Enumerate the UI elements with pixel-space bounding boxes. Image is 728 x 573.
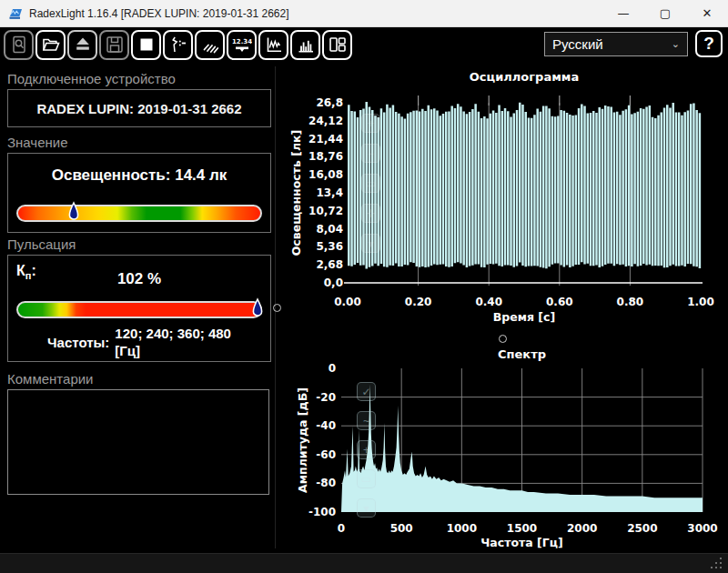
eject-icon	[73, 35, 93, 55]
comments-section-label: Комментарии	[7, 371, 93, 387]
pulse-marker-icon	[168, 35, 188, 55]
frequencies-label: Частоты:	[47, 335, 109, 350]
stop-icon	[136, 35, 157, 55]
language-value: Русский	[552, 36, 603, 52]
device-box: RADEX LUPIN: 2019-01-31 2662	[7, 89, 271, 127]
svg-text:18,76: 18,76	[308, 150, 343, 163]
svg-text:0.20: 0.20	[405, 296, 432, 308]
eject-button[interactable]	[67, 30, 97, 60]
svg-text:16,08: 16,08	[308, 168, 343, 181]
svg-text:0.60: 0.60	[546, 296, 573, 308]
pulse-marker-button[interactable]	[163, 30, 193, 60]
ghost-check-button[interactable]: ✓	[357, 382, 376, 401]
illuminance-gradient-bar	[16, 205, 262, 222]
rays-icon	[200, 35, 220, 55]
comments-input[interactable]	[7, 389, 269, 495]
layout-button[interactable]	[322, 30, 352, 60]
svg-text:1.00: 1.00	[687, 296, 714, 308]
zoom-document-button[interactable]	[4, 30, 34, 60]
numeric-display-button[interactable]: 12.34	[227, 30, 257, 60]
svg-text:13,4: 13,4	[316, 186, 343, 199]
pulsation-marker-icon	[252, 297, 263, 325]
language-select[interactable]: Русский ⌄	[544, 32, 688, 56]
svg-text:12.34: 12.34	[232, 38, 252, 45]
splitter-handle-charts[interactable]	[499, 335, 507, 343]
splitter-handle-left[interactable]	[273, 304, 281, 312]
ghost-fit-button[interactable]: ▭	[361, 174, 380, 193]
chevron-down-icon: ⌄	[672, 38, 680, 50]
frequencies-value: 120; 240; 360; 480 [Гц]	[115, 325, 231, 359]
svg-text:2,68: 2,68	[316, 258, 343, 271]
svg-text:8,04: 8,04	[316, 223, 343, 236]
svg-text:2500: 2500	[627, 522, 657, 535]
value-box: Освещенность: 14.4 лк	[7, 153, 271, 233]
svg-text:2000: 2000	[567, 522, 597, 535]
oscillogram-button[interactable]	[258, 30, 288, 60]
zoom-document-icon	[9, 35, 29, 55]
illuminance-marker-icon	[68, 201, 79, 228]
stop-button[interactable]	[131, 30, 161, 60]
value-section-label: Значение	[7, 135, 68, 150]
svg-text:1000: 1000	[447, 522, 477, 535]
illuminance-reading: Освещенность: 14.4 лк	[8, 166, 270, 185]
title-bar: RadexLight 1.16.4 [RADEX LUPIN: 2019-01-…	[0, 0, 728, 27]
charts-canvas: Осциллограмма26,824,1221,4418,7616,0813,…	[273, 62, 728, 553]
svg-text:1500: 1500	[507, 522, 537, 535]
open-folder-button[interactable]	[35, 30, 66, 60]
svg-text:0,0: 0,0	[324, 276, 343, 289]
ghost-export-button[interactable]: ▾	[361, 234, 380, 253]
open-folder-icon	[41, 35, 61, 55]
svg-text:10,72: 10,72	[308, 205, 343, 217]
pulsation-section-label: Пульсация	[7, 236, 76, 252]
app-window: RadexLight 1.16.4 [RADEX LUPIN: 2019-01-…	[0, 0, 728, 573]
ghost-plus-button[interactable]: +	[357, 440, 376, 459]
ghost-down-button[interactable]: ▾	[357, 498, 376, 518]
app-logo-icon	[8, 5, 24, 21]
minimize-button[interactable]: —	[602, 0, 644, 27]
svg-text:24,12: 24,12	[308, 115, 343, 127]
spectrum-button[interactable]	[290, 30, 320, 60]
ghost-zoom-out-button[interactable]: −	[361, 144, 380, 163]
kp-value: 102 %	[8, 270, 270, 288]
layout-panels-icon	[328, 35, 348, 55]
device-name: RADEX LUPIN: 2019-01-31 2662	[8, 101, 270, 116]
help-button[interactable]: ?	[695, 30, 723, 57]
svg-text:0.80: 0.80	[617, 296, 644, 308]
maximize-button[interactable]: ▢	[644, 0, 686, 27]
svg-text:Спектр: Спектр	[498, 347, 546, 361]
rays-button[interactable]	[195, 30, 225, 60]
svg-text:0.00: 0.00	[334, 296, 361, 308]
main-content: Подключенное устройство RADEX LUPIN: 201…	[0, 62, 728, 553]
ghost-zoom-in-button[interactable]: +	[361, 114, 380, 133]
ghost-wave-button[interactable]: ~	[357, 411, 376, 430]
close-button[interactable]: ✕	[686, 0, 728, 27]
svg-text:-100: -100	[308, 506, 336, 518]
save-floppy-icon	[105, 35, 125, 55]
svg-text:0: 0	[329, 362, 336, 375]
save-button[interactable]	[99, 30, 129, 60]
window-title: RadexLight 1.16.4 [RADEX LUPIN: 2019-01-…	[29, 7, 289, 20]
toolbar: 12.34 Русский ⌄	[0, 27, 728, 62]
pulsation-gradient-bar	[16, 301, 262, 318]
svg-text:Время [с]: Время [с]	[493, 310, 555, 324]
ghost-pan-button[interactable]: ✛	[361, 204, 380, 223]
svg-text:5,36: 5,36	[316, 240, 343, 253]
svg-text:Освещенность [лк]: Освещенность [лк]	[289, 130, 303, 256]
pulsation-box: Кп: 102 % Частоты: 120; 240; 360; 480 [Г…	[7, 255, 271, 362]
svg-text:-80: -80	[316, 477, 336, 489]
svg-text:0.40: 0.40	[475, 296, 502, 308]
svg-text:21,44: 21,44	[308, 133, 343, 146]
oscillogram-icon	[264, 35, 284, 55]
spectrum-bars-icon	[296, 35, 316, 55]
resize-grip-icon[interactable]	[709, 556, 723, 570]
status-bar	[0, 553, 728, 573]
svg-text:-60: -60	[316, 448, 336, 461]
svg-text:Осциллограмма: Осциллограмма	[470, 70, 579, 84]
frequencies-row: Частоты: 120; 240; 360; 480 [Гц]	[8, 325, 270, 359]
ghost-frame-button[interactable]: ▭	[357, 469, 376, 488]
svg-text:-20: -20	[316, 391, 336, 404]
svg-text:Частота [Гц]: Частота [Гц]	[480, 536, 562, 549]
svg-text:Амплитуда [дБ]: Амплитуда [дБ]	[296, 387, 309, 493]
svg-text:500: 500	[390, 522, 413, 535]
svg-text:3000: 3000	[687, 522, 717, 535]
